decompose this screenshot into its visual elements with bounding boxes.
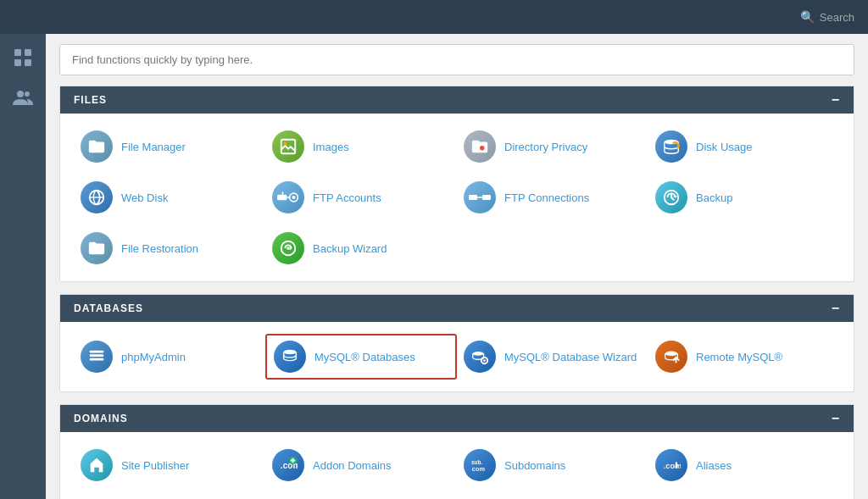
file-manager-item[interactable]: File Manager [74,125,265,168]
ftp-accounts-label: FTP Accounts [313,191,381,204]
backup-wizard-icon [272,232,304,264]
redirects-item[interactable]: .com Redirects [74,495,265,499]
search-bar-container [59,44,854,75]
svg-point-32 [483,359,486,362]
svg-rect-26 [90,351,104,353]
aliases-item[interactable]: .com Aliases [648,444,840,486]
directory-privacy-icon [464,130,496,163]
ftp-connections-label: FTP Connections [504,191,589,204]
mysql-wizard-label: MySQL® Database Wizard [504,351,637,363]
zone-editor-item[interactable]: DNS ▶cursor Zone Editor [265,495,457,499]
svg-point-7 [284,142,287,146]
main-content: FILES − File Manager [46,34,868,499]
files-collapse-btn[interactable]: − [832,93,840,107]
svg-point-8 [480,146,485,151]
svg-rect-0 [14,49,21,56]
images-icon [272,130,304,163]
backup-icon [655,181,687,213]
databases-section: DATABASES − phpMyAdmin [59,294,854,392]
subdomains-icon: sub. com [464,449,496,481]
addon-domains-icon: .com [272,449,304,481]
svg-point-33 [665,352,678,357]
search-area[interactable]: 🔍 Search [800,10,854,24]
databases-section-label: DATABASES [74,302,143,314]
ftp-accounts-item[interactable]: FTP Accounts [265,176,457,219]
aliases-icon: .com [655,449,687,481]
svg-point-30 [473,352,484,356]
file-manager-icon [81,130,113,163]
addon-domains-label: Addon Domains [313,459,392,472]
svg-point-15 [292,196,295,199]
svg-rect-28 [90,358,104,361]
directory-privacy-label: Directory Privacy [504,141,587,153]
sidebar-users-icon[interactable] [9,85,36,112]
mysql-databases-label: MySQL® Databases [314,351,415,363]
phpmyadmin-icon [81,341,113,373]
svg-rect-13 [277,195,287,201]
disk-usage-icon [655,130,687,163]
svg-text:.com: .com [664,462,681,470]
backup-label: Backup [696,191,732,204]
databases-collapse-btn[interactable]: − [832,302,840,315]
mysql-wizard-item[interactable]: MySQL® Database Wizard [457,334,648,380]
domains-section-body: Site Publisher .com Addon Domai [60,432,854,499]
sidebar-grid-icon[interactable] [9,44,36,71]
web-disk-item[interactable]: Web Disk [74,176,265,219]
phpmyadmin-label: phpMyAdmin [121,351,186,363]
aliases-label: Aliases [696,459,732,472]
sidebar [0,34,46,499]
backup-wizard-label: Backup Wizard [313,242,387,255]
mysql-databases-item[interactable]: MySQL® Databases [265,334,457,380]
backup-item[interactable]: Backup [648,176,840,219]
disk-usage-item[interactable]: Disk Usage [648,125,840,168]
search-label: Search [820,11,854,24]
svg-rect-27 [90,354,104,357]
domains-section: DOMAINS − Site Publisher [59,404,854,499]
svg-point-4 [17,91,24,97]
svg-rect-3 [25,59,31,66]
ftp-connections-icon [464,181,496,213]
svg-point-21 [470,197,473,199]
web-disk-icon [81,181,113,213]
phpmyadmin-item[interactable]: phpMyAdmin [74,334,265,380]
files-icon-grid: File Manager Images [74,125,840,269]
images-label: Images [313,141,349,153]
svg-rect-1 [25,49,31,56]
databases-icon-grid: phpMyAdmin MySQL® Databases [74,334,840,380]
file-restoration-item[interactable]: File Restoration [74,227,265,269]
svg-rect-2 [14,59,21,66]
addon-domains-item[interactable]: .com Addon Domains [265,444,457,486]
search-input[interactable] [59,44,854,75]
mysql-wizard-icon [464,341,496,373]
subdomains-label: Subdomains [504,459,565,472]
disk-usage-label: Disk Usage [696,141,752,153]
files-section-body: File Manager Images [60,114,854,281]
main-layout: FILES − File Manager [0,34,868,499]
ftp-connections-item[interactable]: FTP Connections [457,176,648,219]
file-restoration-icon [81,232,113,264]
search-icon: 🔍 [800,10,815,24]
subdomains-item[interactable]: sub. com Subdomains [457,444,648,486]
site-publisher-item[interactable]: Site Publisher [74,444,265,486]
files-section-label: FILES [74,94,107,106]
svg-point-22 [486,197,488,199]
remote-mysql-icon [655,341,687,373]
top-navigation: 🔍 Search [0,0,868,34]
images-item[interactable]: Images [265,125,457,168]
file-restoration-label: File Restoration [121,242,198,255]
domains-section-label: DOMAINS [74,413,128,424]
directory-privacy-item[interactable]: Directory Privacy [457,125,648,168]
svg-point-29 [284,350,297,355]
web-disk-label: Web Disk [121,191,168,204]
svg-text:com: com [472,465,486,473]
svg-point-5 [25,91,30,97]
mysql-icon [274,341,306,373]
svg-text:sub.: sub. [471,459,482,465]
domains-collapse-btn[interactable]: − [832,412,840,425]
file-manager-label: File Manager [121,141,186,153]
ftp-accounts-icon [272,181,304,213]
databases-section-header: DATABASES − [60,295,854,322]
site-publisher-label: Site Publisher [121,459,189,472]
remote-mysql-item[interactable]: Remote MySQL® [648,334,840,380]
backup-wizard-item[interactable]: Backup Wizard [265,227,457,269]
